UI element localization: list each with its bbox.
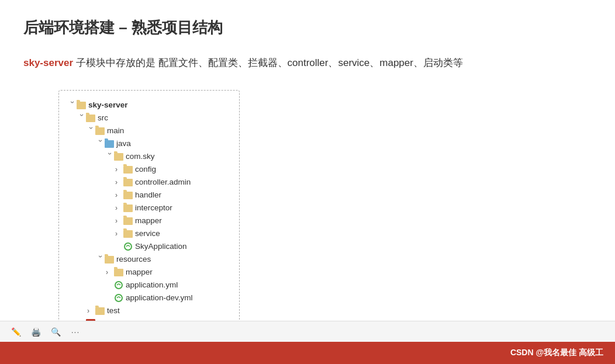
tree-arrow-resources[interactable]: › <box>96 255 105 264</box>
svg-point-2 <box>115 294 122 301</box>
tree-label-appyml: application.yml <box>126 280 178 289</box>
edit-icon[interactable]: ✏️ <box>9 325 22 338</box>
bottom-toolbar: ✏️ 🖨️ 🔍 ··· <box>0 321 615 342</box>
page-container: 后端环境搭建 – 熟悉项目结构 sky-server 子模块中存放的是 配置文件… <box>0 0 615 363</box>
tree-node-java[interactable]: ›java <box>68 137 227 150</box>
file-tree: ›sky-server›src›main›java›com.sky›config… <box>58 90 240 352</box>
folder-normal-icon <box>123 204 133 212</box>
search-icon[interactable]: 🔍 <box>49 325 62 338</box>
tree-label-resources: resources <box>116 255 151 264</box>
tree-arrow-interceptor[interactable]: › <box>115 204 123 212</box>
tree-label-res-mapper: mapper <box>126 268 153 276</box>
tree-node-appyml: › application.yml <box>68 279 227 292</box>
tree-label-appdevyml: application-dev.yml <box>126 293 193 302</box>
tree-arrow-mapper[interactable]: › <box>115 217 123 225</box>
svg-point-0 <box>125 243 132 250</box>
tree-node-skyapp: › SkyApplication <box>68 240 227 253</box>
tree-node-res-mapper[interactable]: ›mapper <box>68 266 227 279</box>
tree-node-config[interactable]: ›config <box>68 163 227 176</box>
tree-node-test[interactable]: ›test <box>68 304 227 317</box>
tree-label-service: service <box>135 229 160 238</box>
tree-node-main[interactable]: ›main <box>68 124 227 137</box>
tree-node-root[interactable]: ›sky-server <box>68 99 227 112</box>
tree-label-config: config <box>135 165 156 174</box>
tree-arrow-src[interactable]: › <box>78 114 86 122</box>
tree-arrow-test[interactable]: › <box>87 307 95 315</box>
tree-arrow-controller[interactable]: › <box>115 178 123 186</box>
bottom-bar: CSDN @我名最佳 高级工 <box>0 342 615 364</box>
spring-icon <box>114 293 123 303</box>
folder-normal-icon <box>95 127 105 135</box>
desc-suffix: 子模块中存放的是 配置文件、配置类、拦截器、controller、service… <box>73 57 463 68</box>
folder-normal-icon <box>123 217 133 225</box>
tree-label-main: main <box>107 126 124 135</box>
tree-node-handler[interactable]: ›handler <box>68 189 227 202</box>
tree-label-comsky: com.sky <box>126 152 155 161</box>
tree-label-interceptor: interceptor <box>135 203 172 212</box>
folder-normal-icon <box>123 166 133 174</box>
tree-node-comsky[interactable]: ›com.sky <box>68 150 227 163</box>
tree-node-mapper[interactable]: ›mapper <box>68 214 227 227</box>
folder-normal-icon <box>114 269 123 276</box>
tree-node-src[interactable]: ›src <box>68 112 227 124</box>
tree-arrow-root[interactable]: › <box>68 101 77 109</box>
tree-node-appdevyml: › application-dev.yml <box>68 292 227 304</box>
folder-normal-icon <box>123 192 133 199</box>
tree-label-skyapp: SkyApplication <box>135 242 187 251</box>
spring-icon <box>123 242 133 251</box>
folder-normal-icon <box>114 153 123 161</box>
print-icon[interactable]: 🖨️ <box>29 325 42 338</box>
tree-node-interceptor[interactable]: ›interceptor <box>68 202 227 214</box>
more-icon[interactable]: ··· <box>69 325 82 338</box>
tree-arrow-main[interactable]: › <box>87 127 95 135</box>
tree-label-test: test <box>107 306 120 315</box>
tree-label-controller: controller.admin <box>135 178 191 186</box>
folder-normal-icon <box>77 102 86 109</box>
tree-arrow-res-mapper[interactable]: › <box>106 268 114 276</box>
description: sky-server 子模块中存放的是 配置文件、配置类、拦截器、control… <box>23 54 592 72</box>
folder-normal-icon <box>105 256 114 264</box>
tree-label-handler: handler <box>135 190 161 199</box>
tree-arrow-service[interactable]: › <box>115 230 123 238</box>
tree-label-mapper: mapper <box>135 216 162 225</box>
tree-node-resources[interactable]: ›resources <box>68 253 227 266</box>
svg-point-1 <box>115 282 122 289</box>
tree-label-src: src <box>98 113 108 122</box>
tree-node-controller[interactable]: ›controller.admin <box>68 176 227 189</box>
tree-arrow-java[interactable]: › <box>96 140 105 148</box>
desc-highlight: sky-server <box>23 57 73 68</box>
tree-arrow-handler[interactable]: › <box>115 191 123 199</box>
spring-icon <box>114 280 123 290</box>
tree-label-java: java <box>116 139 131 148</box>
folder-normal-icon <box>123 230 133 238</box>
tree-node-service[interactable]: ›service <box>68 227 227 240</box>
tree-arrow-config[interactable]: › <box>115 165 123 174</box>
tree-arrow-comsky[interactable]: › <box>106 152 114 161</box>
folder-normal-icon <box>123 179 133 186</box>
folder-normal-icon <box>86 115 95 122</box>
bottom-bar-text: CSDN @我名最佳 高级工 <box>510 348 603 358</box>
page-title: 后端环境搭建 – 熟悉项目结构 <box>23 18 592 38</box>
tree-label-root: sky-server <box>88 100 128 109</box>
folder-blue-icon <box>105 140 114 148</box>
folder-normal-icon <box>95 307 105 315</box>
